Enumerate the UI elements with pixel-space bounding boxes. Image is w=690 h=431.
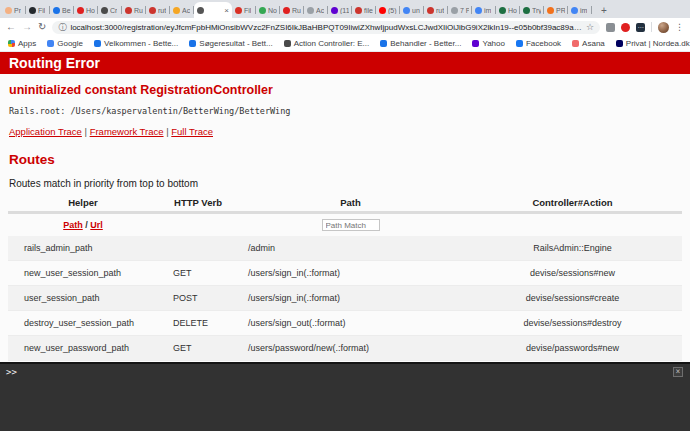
route-http-verb: POST bbox=[158, 293, 238, 303]
tab-favicon-icon bbox=[5, 7, 12, 14]
tab-favicon-icon bbox=[77, 7, 84, 14]
tab-close-icon[interactable]: × bbox=[224, 6, 229, 15]
trace-links: Application Trace | Framework Trace | Fu… bbox=[9, 126, 681, 137]
browser-tab[interactable]: Pr bbox=[2, 2, 26, 18]
route-path: /users/sign_in(.:format) bbox=[238, 293, 463, 303]
bookmark-favicon-icon bbox=[572, 40, 579, 47]
browser-tab[interactable]: × bbox=[194, 2, 232, 18]
tab-favicon-icon bbox=[283, 7, 290, 14]
console-prompt[interactable]: >> bbox=[6, 367, 17, 377]
bookmark-label: Privat | Nordea.dk bbox=[626, 39, 690, 48]
browser-tab[interactable]: (5) bbox=[376, 2, 400, 18]
url-helper-link[interactable]: Url bbox=[90, 220, 103, 230]
bookmark-label: Google bbox=[57, 39, 83, 48]
bookmark-item[interactable]: Yahoo bbox=[472, 39, 505, 48]
bookmark-item[interactable]: Facebook bbox=[516, 39, 561, 48]
bookmark-favicon-icon bbox=[189, 40, 196, 47]
bookmark-favicon-icon bbox=[8, 40, 15, 47]
page-info-icon[interactable]: ⓘ bbox=[58, 22, 66, 33]
forward-button[interactable]: → bbox=[22, 22, 32, 32]
new-tab-button[interactable]: + bbox=[596, 2, 612, 18]
browser-tab[interactable]: Fil bbox=[232, 2, 256, 18]
bookmark-item[interactable]: Privat | Nordea.dk bbox=[616, 39, 690, 48]
path-helper-link[interactable]: Path bbox=[63, 220, 83, 230]
bookmark-item[interactable]: Asana bbox=[572, 39, 605, 48]
bookmark-item[interactable]: Behandler - Better... bbox=[380, 39, 461, 48]
browser-tab[interactable]: Ru bbox=[280, 2, 304, 18]
route-controller-action: devise/sessions#destroy bbox=[463, 318, 682, 328]
tab-favicon-icon bbox=[547, 7, 554, 14]
browser-tab[interactable]: im bbox=[472, 2, 496, 18]
url-text[interactable]: localhost:3000/registration/eyJfcmFpbHMi… bbox=[70, 23, 582, 32]
tab-favicon-icon bbox=[197, 7, 204, 14]
tab-title: Pr bbox=[14, 7, 21, 14]
tab-title: Ho bbox=[86, 7, 95, 14]
browser-menu-icon[interactable]: ⋮ bbox=[675, 22, 684, 32]
browser-tab[interactable]: Fil bbox=[26, 2, 50, 18]
tab-title: im bbox=[580, 7, 587, 14]
bookmark-favicon-icon bbox=[516, 40, 523, 47]
console-close-button[interactable]: × bbox=[673, 367, 683, 377]
tab-favicon-icon bbox=[149, 7, 156, 14]
browser-tab[interactable]: rut bbox=[424, 2, 448, 18]
tabs-container: Pr Fil Be Ho Cr Ru rut Ac × bbox=[2, 0, 592, 18]
route-table-row: user_session_path POST /users/sign_in(.:… bbox=[8, 286, 682, 311]
browser-tab[interactable]: PR bbox=[544, 2, 568, 18]
bookmark-favicon-icon bbox=[472, 40, 479, 47]
browser-tab[interactable]: im bbox=[568, 2, 592, 18]
framework-trace-link[interactable]: Framework Trace bbox=[90, 126, 164, 137]
application-trace-link[interactable]: Application Trace bbox=[9, 126, 82, 137]
bookmark-star-icon[interactable]: ☆ bbox=[586, 22, 594, 32]
route-table-row: new_user_password_path GET /users/passwo… bbox=[8, 336, 682, 361]
extension-password-icon[interactable]: ⋯ bbox=[636, 23, 645, 32]
bookmark-favicon-icon bbox=[47, 40, 54, 47]
tab-title: Fil bbox=[38, 7, 45, 14]
tab-title: (11 bbox=[340, 7, 349, 14]
reload-button[interactable]: ↻ bbox=[38, 22, 46, 32]
route-helper: destroy_user_session_path bbox=[8, 318, 158, 328]
browser-tab[interactable]: Be bbox=[50, 2, 74, 18]
bookmark-item[interactable]: Velkommen - Bette... bbox=[94, 39, 178, 48]
route-table-row: new_user_session_path GET /users/sign_in… bbox=[8, 261, 682, 286]
browser-tab[interactable]: un bbox=[400, 2, 424, 18]
address-bar[interactable]: ⓘ localhost:3000/registration/eyJfcmFpbH… bbox=[52, 21, 600, 34]
browser-tab[interactable]: Cr bbox=[98, 2, 122, 18]
bookmark-label: Facebook bbox=[526, 39, 561, 48]
tab-favicon-icon bbox=[307, 7, 314, 14]
bookmark-label: Apps bbox=[18, 39, 36, 48]
tab-favicon-icon bbox=[499, 7, 506, 14]
browser-tab[interactable]: file bbox=[352, 2, 376, 18]
web-console[interactable]: >> × bbox=[0, 362, 690, 431]
extension-puzzle-icon[interactable] bbox=[606, 23, 615, 32]
tab-title: Cr bbox=[110, 7, 117, 14]
browser-tab[interactable]: Try bbox=[520, 2, 544, 18]
browser-tab[interactable]: No bbox=[256, 2, 280, 18]
back-button[interactable]: ← bbox=[6, 22, 16, 32]
browser-tab[interactable]: rut bbox=[146, 2, 170, 18]
browser-tab[interactable]: (11 bbox=[328, 2, 352, 18]
browser-tab[interactable]: Ac bbox=[170, 2, 194, 18]
route-helper: rails_admin_path bbox=[8, 243, 158, 253]
profile-avatar[interactable] bbox=[658, 22, 669, 33]
bookmark-item[interactable]: Google bbox=[47, 39, 83, 48]
browser-tab[interactable]: Ho bbox=[74, 2, 98, 18]
bookmark-item[interactable]: Søgeresultat - Bett... bbox=[189, 39, 272, 48]
bookmark-favicon-icon bbox=[616, 40, 623, 47]
path-match-input[interactable] bbox=[322, 219, 380, 231]
bookmark-item[interactable]: Apps bbox=[8, 39, 36, 48]
browser-tab[interactable]: Ru bbox=[122, 2, 146, 18]
browser-tab[interactable]: Ho bbox=[496, 2, 520, 18]
header-http-verb: HTTP Verb bbox=[158, 197, 238, 208]
bookmark-item[interactable]: Action Controller: E... bbox=[284, 39, 370, 48]
tab-strip: Pr Fil Be Ho Cr Ru rut Ac × bbox=[0, 0, 690, 18]
tab-favicon-icon bbox=[379, 7, 386, 14]
browser-tab[interactable]: 7 P bbox=[448, 2, 472, 18]
browser-tab[interactable]: Ac bbox=[304, 2, 328, 18]
route-path: /admin bbox=[238, 243, 463, 253]
header-controller-action: Controller#Action bbox=[463, 197, 682, 208]
extension-adblock-icon[interactable] bbox=[621, 23, 630, 32]
full-trace-link[interactable]: Full Trace bbox=[171, 126, 213, 137]
routes-table: Helper HTTP Verb Path Controller#Action … bbox=[8, 197, 682, 362]
error-message: uninitialized constant RegistrationContr… bbox=[9, 83, 681, 97]
tab-favicon-icon bbox=[101, 7, 108, 14]
